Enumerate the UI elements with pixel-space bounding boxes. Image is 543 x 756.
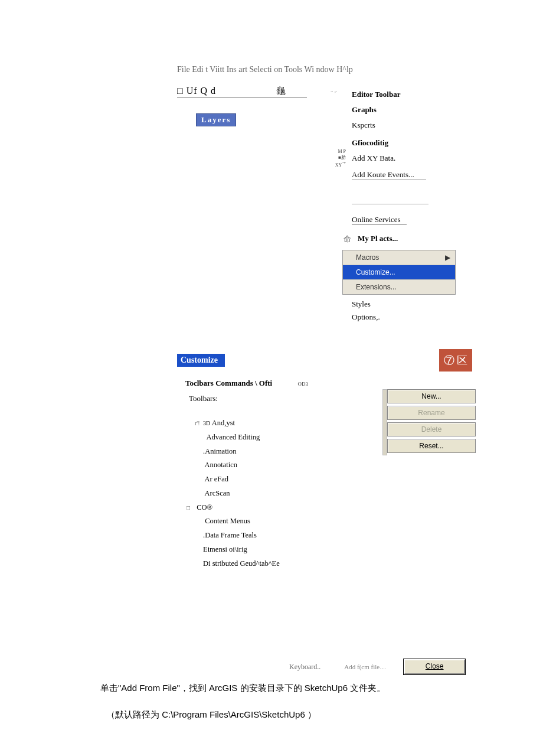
mp-icon: M P <box>328 149 346 154</box>
menu-gfiocoditig[interactable]: Gfiocoditig <box>352 138 426 148</box>
menu-my-places[interactable]: My Pl acts... <box>358 234 529 243</box>
layers-badge[interactable]: Layers <box>196 113 236 126</box>
cursor-icon: ➤ <box>336 268 343 277</box>
menu-add-xy[interactable]: Add XY Bata. <box>352 154 426 163</box>
delete-button[interactable]: Delete <box>387 422 476 436</box>
toolbar-field: □ Uf Q d 龜 <box>177 85 307 98</box>
button-grip <box>382 389 387 455</box>
menu-extensions-label: Extensions... <box>356 283 397 291</box>
od3-label: OD3 <box>297 381 308 387</box>
toolbars-label: Toolbars: <box>189 394 543 403</box>
customize-dialog-title: Customize <box>177 354 225 367</box>
instruction-text-2: （默认路径为 C:\Program Files\ArcGIS\SketchUp6… <box>106 709 543 721</box>
submenu-arrow-icon: ▶ <box>445 253 450 262</box>
dialog-close-icon[interactable]: ⑦ 区 <box>439 349 472 372</box>
add-from-file-button[interactable]: Add f(cm file… <box>344 663 386 670</box>
menu-options[interactable]: Options,. <box>352 312 529 322</box>
menu-extensions[interactable]: Extensions... <box>343 279 455 294</box>
reset-button[interactable]: Reset... <box>387 439 476 453</box>
menu-macros-label: Macros <box>356 253 379 262</box>
toolbar-dots: .. ,. <box>331 85 352 93</box>
rename-button[interactable]: Rename <box>387 406 476 420</box>
house-icon: 命 <box>336 234 358 245</box>
instruction-text-1: 单击"Add From File"，找到 ArcGIS 的安装目录下的 Sket… <box>100 683 543 694</box>
customize-tabs[interactable]: Toclbars Commands \ Ofti OD3 <box>185 379 543 388</box>
close-button[interactable]: Close <box>404 659 465 674</box>
menu-styles[interactable]: Styles <box>352 299 529 309</box>
menu-customize-label: Customize... <box>356 268 395 276</box>
menu-bar[interactable]: File Edi t Viitt Ins art Selecti on Tool… <box>177 65 543 74</box>
menu-ksperts[interactable]: Kspcrts <box>352 120 529 130</box>
keyboard-button[interactable]: Keyboard.. <box>289 663 320 672</box>
xy-icon: ■肪 XY"+ <box>328 154 346 168</box>
toolbars-list[interactable]: r'!3D 3D And,ystAnd,yst Advanced Editing… <box>195 416 543 571</box>
menu-customize[interactable]: ➤ Customize... <box>343 265 455 279</box>
new-button[interactable]: New... <box>387 389 476 403</box>
menu-editor-toolbar[interactable]: Editor Toolbar <box>352 90 529 99</box>
menu-add-koute[interactable]: Add Koute Events... <box>352 170 426 180</box>
menu-macros[interactable]: Macros ▶ <box>343 250 455 265</box>
menu-graphs[interactable]: Graphs <box>352 105 529 115</box>
menu-online-services[interactable]: Online Services <box>352 215 407 225</box>
